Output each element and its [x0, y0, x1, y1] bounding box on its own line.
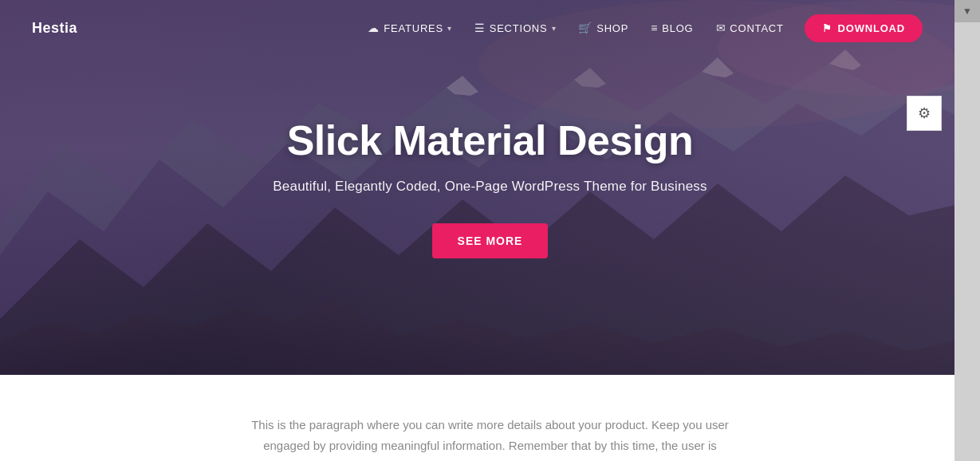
- nav-item-shop[interactable]: 🛒 SHOP: [570, 17, 636, 39]
- below-hero-text: This is the paragraph where you can writ…: [251, 415, 730, 461]
- nav-label-blog: BLOG: [662, 22, 693, 34]
- chevron-down-icon-2: ▾: [552, 24, 557, 33]
- hero-section: Slick Material Design Beautiful, Elegant…: [0, 0, 980, 375]
- chevron-down-icon: ▾: [447, 24, 452, 33]
- nav-label-sections: SECTIONS: [490, 22, 548, 34]
- nav-label-contact: CONTACT: [730, 22, 783, 34]
- nav-label-features: FEATURES: [384, 22, 443, 34]
- scroll-up-arrow[interactable]: ▼: [954, 0, 980, 22]
- brand-logo[interactable]: Hestia: [32, 20, 77, 37]
- nav-item-contact[interactable]: ✉ CONTACT: [708, 17, 792, 39]
- flag-icon: ⚑: [822, 22, 832, 34]
- nav-item-download: ⚑ DOWNLOAD: [798, 14, 923, 42]
- scrollbar[interactable]: ▼: [954, 0, 980, 461]
- sections-icon: ☰: [474, 22, 486, 34]
- below-hero-section: This is the paragraph where you can writ…: [0, 375, 980, 461]
- nav-label-shop: SHOP: [596, 22, 628, 34]
- hero-subtitle: Beautiful, Elegantly Coded, One-Page Wor…: [273, 179, 706, 195]
- settings-button[interactable]: ⚙: [907, 96, 942, 131]
- nav-list: ☁ FEATURES ▾ ☰ SECTIONS ▾ 🛒 SHOP ≡ BLOG …: [360, 14, 923, 42]
- navbar: Hestia ☁ FEATURES ▾ ☰ SECTIONS ▾ 🛒 SHOP …: [0, 0, 954, 56]
- hero-content: Slick Material Design Beautiful, Elegant…: [257, 116, 722, 258]
- download-label: DOWNLOAD: [838, 22, 905, 34]
- nav-item-sections[interactable]: ☰ SECTIONS ▾: [466, 17, 564, 39]
- gear-icon: ⚙: [918, 104, 931, 122]
- mail-icon: ✉: [716, 22, 726, 34]
- nav-item-blog[interactable]: ≡ BLOG: [643, 17, 701, 39]
- see-more-button[interactable]: SEE MORE: [432, 223, 549, 258]
- cart-icon: 🛒: [578, 22, 592, 34]
- hero-title: Slick Material Design: [273, 116, 706, 164]
- download-button[interactable]: ⚑ DOWNLOAD: [805, 14, 923, 42]
- nav-item-features[interactable]: ☁ FEATURES ▾: [360, 17, 459, 39]
- cloud-icon: ☁: [368, 22, 380, 34]
- blog-icon: ≡: [651, 22, 658, 34]
